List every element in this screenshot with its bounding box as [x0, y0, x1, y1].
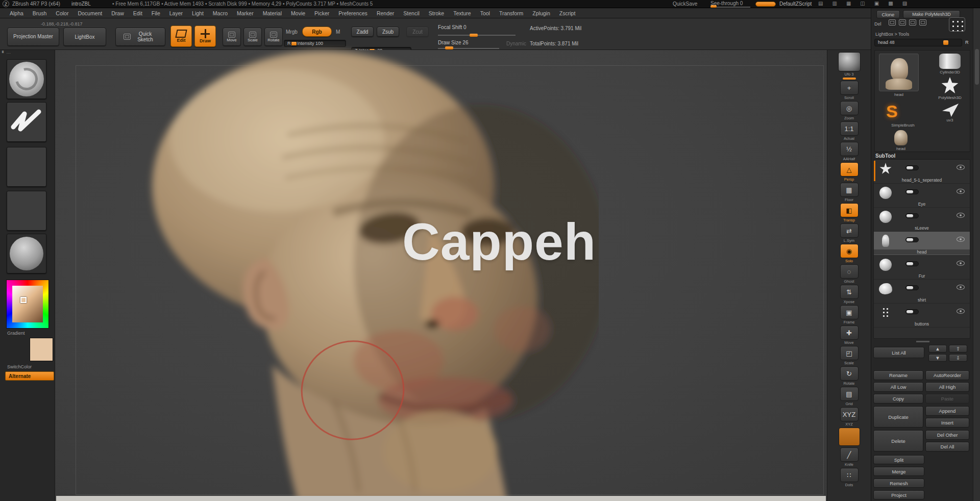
menu-item[interactable]: Brush — [28, 10, 51, 16]
right-shelf-item[interactable]: ╱ Knife — [834, 447, 865, 467]
color-picker[interactable] — [6, 280, 49, 329]
subtool-visibility-eye-icon[interactable] — [957, 165, 965, 170]
titlebar-icon[interactable]: ◫ — [859, 1, 866, 6]
del-button[interactable]: Del — [874, 21, 881, 27]
all-high-button[interactable]: All High — [925, 382, 969, 392]
list-all-button[interactable]: List All — [873, 347, 924, 358]
subtool-toggle[interactable] — [905, 261, 919, 266]
menu-item[interactable]: Stroke — [424, 10, 449, 16]
color-picker-square[interactable] — [12, 286, 43, 322]
menu-item[interactable]: Light — [187, 10, 208, 16]
subtool-header[interactable]: SubTool — [875, 153, 895, 159]
menu-item[interactable]: Draw — [107, 10, 129, 16]
remesh-button[interactable]: Remesh — [873, 479, 924, 488]
menu-item[interactable]: Tool — [476, 10, 495, 16]
menu-item[interactable]: Stencil — [399, 10, 424, 16]
right-shelf-icon[interactable]: ╱ — [840, 447, 859, 462]
menu-item[interactable]: Edit — [129, 10, 147, 16]
projection-master-button[interactable]: Projection Master — [7, 28, 59, 46]
right-shelf-item[interactable]: ⇄ L.Sym — [834, 223, 865, 243]
menu-item[interactable]: Zscript — [555, 10, 580, 16]
sculpt-canvas[interactable]: Cappeh — [55, 50, 827, 501]
see-through-thumb[interactable] — [710, 5, 717, 8]
right-shelf-item[interactable]: ½ AAHalf — [834, 142, 865, 161]
del-other-button[interactable]: Del Other — [925, 430, 969, 440]
subtool-toggle[interactable] — [905, 213, 919, 218]
titlebar-icon[interactable]: ▩ — [887, 1, 894, 6]
import-icon[interactable] — [909, 19, 916, 26]
tool-polymesh3d[interactable] — [941, 77, 959, 94]
material-selector[interactable] — [7, 234, 46, 273]
subtool-visibility-eye-icon[interactable] — [957, 237, 965, 242]
right-shelf-icon[interactable]: ◉ — [840, 244, 859, 258]
right-shelf-icon[interactable]: ◎ — [840, 101, 859, 115]
merge-button[interactable]: Merge — [873, 467, 924, 476]
gradient-label[interactable]: Gradient — [7, 331, 25, 336]
right-shelf-item[interactable]: ∷ Dots — [834, 468, 865, 487]
copy-button[interactable]: Copy — [873, 394, 923, 404]
lightbox-button[interactable]: LightBox — [63, 28, 106, 46]
subtool-toggle[interactable] — [905, 165, 919, 170]
focal-shift-thumb[interactable] — [470, 34, 478, 37]
right-shelf-icon[interactable]: XYZ — [840, 407, 859, 421]
project-button[interactable]: Project — [873, 490, 924, 499]
stroke-selector[interactable] — [7, 102, 46, 142]
menu-item[interactable]: Preferences — [334, 10, 372, 16]
subtool-toggle[interactable] — [905, 285, 919, 290]
right-shelf-item[interactable]: ◉ Solo — [834, 244, 865, 263]
alpha-selector[interactable] — [7, 147, 46, 187]
subtool-toggle[interactable] — [905, 309, 919, 314]
duplicate-button[interactable]: Duplicate — [873, 406, 923, 428]
menu-item[interactable]: Movie — [286, 10, 310, 16]
preview-dice-icon[interactable] — [949, 17, 965, 32]
subtool-up-button[interactable]: ▲ — [928, 345, 947, 353]
right-shelf-item[interactable]: 1:1 Actual — [834, 121, 865, 141]
rgb-button[interactable]: Rgb — [302, 27, 332, 37]
right-shelf-item[interactable]: ◰ Scale — [834, 346, 865, 365]
right-shelf-icon[interactable] — [838, 52, 861, 71]
subtool-thumbnail[interactable] — [878, 258, 893, 272]
subtool-visibility-eye-icon[interactable] — [957, 261, 965, 266]
menu-item[interactable]: Picker — [310, 10, 334, 16]
menu-item[interactable]: Texture — [449, 10, 475, 16]
menu-item[interactable]: Layer — [165, 10, 187, 16]
load-tool-icon[interactable] — [889, 19, 896, 26]
tool-head-small[interactable] — [894, 130, 908, 145]
zsub-button[interactable]: Zsub — [377, 27, 399, 37]
right-shelf-icon[interactable]: ✚ — [840, 325, 859, 340]
subtool-toggle[interactable] — [905, 237, 919, 242]
tool-simplebrush[interactable]: S — [886, 102, 898, 121]
color-picker-cursor[interactable] — [20, 297, 27, 303]
right-shelf-item[interactable]: Ufo 3 — [834, 52, 865, 80]
right-shelf-icon[interactable]: + — [840, 81, 859, 95]
paste-button[interactable]: Paste — [925, 394, 969, 404]
subtool-row[interactable]: head_5-1_seperated — [874, 160, 970, 184]
scrollbar-thumb[interactable] — [975, 49, 979, 85]
subtool-thumbnail[interactable] — [878, 162, 893, 176]
right-shelf-icon[interactable] — [839, 428, 860, 446]
right-shelf-icon[interactable]: ◧ — [840, 203, 859, 217]
zcut-button[interactable]: Zcut — [406, 27, 429, 37]
save-as-icon[interactable] — [899, 19, 906, 26]
r-button[interactable]: R — [965, 40, 969, 45]
subtool-visibility-eye-icon[interactable] — [957, 189, 965, 194]
tool-panel-scrollbar[interactable] — [973, 8, 980, 501]
subtool-thumbnail[interactable] — [878, 306, 893, 320]
brush-selector[interactable] — [7, 59, 46, 99]
subtool-down-button[interactable]: ▼ — [928, 354, 947, 362]
right-shelf-icon[interactable]: ◰ — [840, 346, 859, 360]
subtool-visibility-eye-icon[interactable] — [957, 285, 965, 290]
menu-item[interactable]: Macro — [208, 10, 232, 16]
subtool-row[interactable]: sLeeve — [874, 208, 970, 232]
right-shelf-item[interactable]: ↻ Rotate — [834, 366, 865, 386]
quicksave-button[interactable]: QuickSave — [673, 1, 697, 7]
right-shelf-icon[interactable]: △ — [840, 162, 859, 177]
subtool-thumbnail[interactable] — [878, 234, 893, 248]
subtool-toggle[interactable] — [905, 189, 919, 194]
titlebar-icon[interactable]: ▨ — [901, 1, 909, 6]
subtool-row[interactable]: shirt — [874, 280, 970, 304]
titlebar-icon[interactable]: ▤ — [817, 1, 824, 6]
default-zscript-button[interactable] — [755, 2, 776, 7]
subtool-visibility-eye-icon[interactable] — [957, 309, 965, 314]
all-low-button[interactable]: All Low — [873, 382, 923, 392]
